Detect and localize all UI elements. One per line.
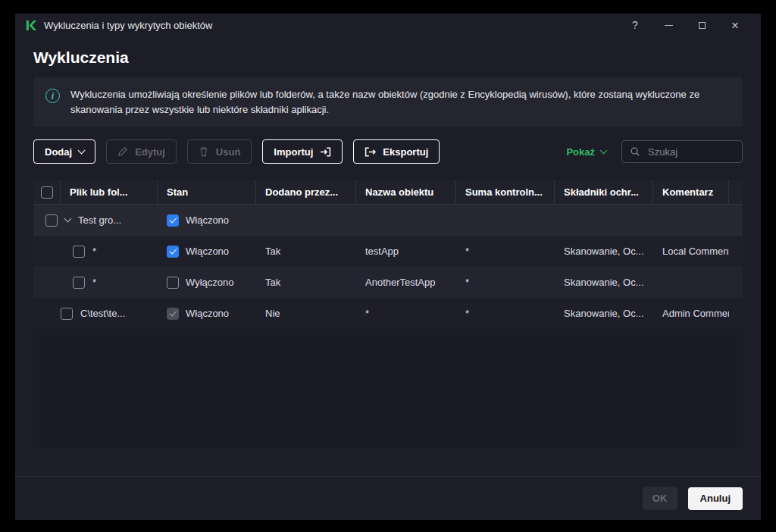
state-checkbox[interactable] <box>167 214 179 227</box>
state-checkbox[interactable] <box>167 246 179 258</box>
chevron-down-icon <box>600 146 608 154</box>
column-header-state[interactable]: Stan <box>158 180 256 204</box>
titlebar: Wykluczenia i typy wykrytych obiektów ? … <box>15 14 761 36</box>
edit-button-label: Edytuj <box>135 146 165 158</box>
file-cell: C\test\te... <box>33 308 158 320</box>
state-checkbox[interactable] <box>167 308 179 320</box>
edit-button[interactable]: Edytuj <box>106 139 177 164</box>
cell-added-by: Nie <box>256 308 356 319</box>
column-header-components[interactable]: Składniki ochr... <box>555 180 653 204</box>
export-button-label: Eksportuj <box>383 146 428 158</box>
import-button-label: Importuj <box>274 146 313 158</box>
column-header-file[interactable]: Plik lub fol... <box>61 180 158 204</box>
page-title: Wykluczenia <box>33 49 743 67</box>
export-button[interactable]: Eksportuj <box>353 139 440 164</box>
header-cell-select <box>33 180 61 204</box>
cell-components: Skanowanie, Oc... <box>555 308 653 319</box>
cell-checksum: * <box>456 246 555 257</box>
toolbar: Dodaj Edytuj Usuń Importuj Eksportuj <box>33 139 743 164</box>
header-cell-filler <box>729 180 747 204</box>
column-header-object-name[interactable]: Nazwa obiektu <box>356 180 456 204</box>
file-label: C\test\te... <box>80 308 125 319</box>
cell-checksum: * <box>456 308 555 319</box>
show-filter-button[interactable]: Pokaż <box>562 146 611 158</box>
show-filter-label: Pokaż <box>566 146 595 158</box>
import-button[interactable]: Importuj <box>262 139 343 164</box>
cell-object-name: * <box>356 308 456 319</box>
cell-comment: Admin Comment <box>653 308 729 319</box>
window-controls: ? × <box>618 14 752 36</box>
cell-added-by: Tak <box>256 246 356 257</box>
export-icon <box>365 146 376 158</box>
table-header: Plik lub fol... Stan Dodano przez... Naz… <box>33 180 743 205</box>
info-icon: i <box>45 89 60 103</box>
table-row[interactable]: C\test\te... Włączono Nie * * Skanowanie… <box>33 298 743 329</box>
state-label: Włączono <box>186 246 229 257</box>
ok-button[interactable]: OK <box>643 487 677 510</box>
group-name-label: Test gro... <box>78 214 121 226</box>
cell-comment: Local Comment <box>653 246 729 257</box>
cell-added-by: Tak <box>256 277 356 288</box>
close-button[interactable]: × <box>718 14 752 36</box>
state-cell: Włączono <box>158 308 256 320</box>
window-title: Wykluczenia i typy wykrytych obiektów <box>44 20 212 31</box>
state-label: Włączono <box>186 308 229 319</box>
table-row[interactable]: * Wyłączono Tak AnotherTestApp * Skanowa… <box>33 267 743 298</box>
dialog-footer: OK Anuluj <box>15 476 761 520</box>
add-button[interactable]: Dodaj <box>33 139 95 164</box>
file-label: * <box>92 277 96 288</box>
cell-components: Skanowanie, Oc... <box>555 246 653 257</box>
exclusions-table: Plik lub fol... Stan Dodano przez... Naz… <box>33 180 743 449</box>
cell-components: Skanowanie, Oc... <box>555 277 653 288</box>
kaspersky-logo-icon <box>24 19 36 31</box>
state-checkbox[interactable] <box>167 277 179 289</box>
select-all-checkbox[interactable] <box>41 186 53 199</box>
cancel-button[interactable]: Anuluj <box>688 487 743 510</box>
file-cell: * <box>33 277 158 289</box>
add-button-label: Dodaj <box>45 146 72 158</box>
cell-object-name: testApp <box>356 246 456 257</box>
row-select-checkbox[interactable] <box>73 277 85 289</box>
search-icon <box>630 146 640 157</box>
row-select-checkbox[interactable] <box>73 246 85 258</box>
search-input[interactable] <box>646 146 734 158</box>
state-cell: Wyłączono <box>158 277 256 289</box>
minimize-icon <box>665 25 673 26</box>
file-label: * <box>92 246 96 257</box>
search-box <box>621 140 743 163</box>
info-banner: i Wykluczenia umożliwiają określenie pli… <box>33 77 743 127</box>
cell-checksum: * <box>456 277 555 288</box>
close-icon: × <box>731 19 739 32</box>
file-cell: Test gro... <box>33 214 158 227</box>
delete-button[interactable]: Usuń <box>187 139 252 164</box>
state-label: Włączono <box>186 214 229 226</box>
info-banner-text: Wykluczenia umożliwiają określenie plikó… <box>70 87 731 117</box>
state-cell: Włączono <box>158 246 256 258</box>
column-header-comment[interactable]: Komentarz <box>653 180 729 204</box>
state-label: Wyłączono <box>186 277 233 288</box>
maximize-button[interactable] <box>685 14 718 36</box>
state-cell: Włączono <box>158 214 256 227</box>
maximize-icon <box>699 22 706 29</box>
column-header-checksum[interactable]: Suma kontroln... <box>456 180 555 204</box>
help-button[interactable]: ? <box>618 14 652 36</box>
row-select-checkbox[interactable] <box>61 308 73 320</box>
table-row[interactable]: * Włączono Tak testApp * Skanowanie, Oc.… <box>33 236 743 267</box>
minimize-button[interactable] <box>652 14 685 36</box>
expand-chevron-icon[interactable] <box>64 215 72 223</box>
app-window: Wykluczenia i typy wykrytych obiektów ? … <box>15 14 761 520</box>
file-cell: * <box>33 246 158 258</box>
column-header-added-by[interactable]: Dodano przez... <box>256 180 356 204</box>
delete-button-label: Usuń <box>216 146 241 158</box>
pencil-icon <box>117 146 128 157</box>
table-row-group[interactable]: Test gro... Włączono <box>33 205 743 236</box>
cell-object-name: AnotherTestApp <box>356 277 456 288</box>
import-icon <box>320 146 331 158</box>
row-select-checkbox[interactable] <box>45 214 58 227</box>
chevron-down-icon <box>78 146 86 154</box>
trash-icon <box>199 146 209 157</box>
